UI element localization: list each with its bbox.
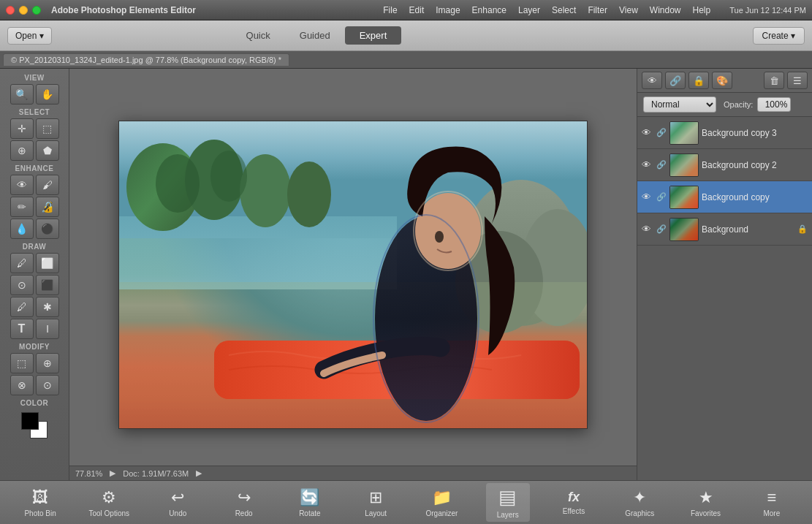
clone-tool[interactable]: ✏ [10, 197, 34, 217]
panel-icons-row: 👁 🔗 🔒 🎨 🗑 ☰ [637, 69, 812, 93]
layer-item[interactable]: 👁 🔗 Background 🔒 [637, 213, 812, 246]
eraser-tool[interactable]: 🔏 [36, 197, 59, 217]
menu-filter[interactable]: Filter [588, 5, 607, 15]
layer-visibility-icon[interactable]: 👁 [642, 72, 662, 89]
photo-bin-button[interactable]: 🖼 Photo Bin [18, 485, 62, 520]
lasso-tool[interactable]: ⊕ [10, 140, 34, 161]
blend-mode-select[interactable]: Normal [643, 96, 716, 113]
paint-bucket-tool[interactable]: ⬛ [36, 275, 59, 295]
chain-icon[interactable]: 🔗 [656, 128, 667, 137]
color-swatches[interactable] [3, 412, 66, 438]
minimize-button[interactable] [19, 6, 28, 15]
layers-button[interactable]: ▤ Layers [486, 483, 530, 522]
favorites-button[interactable]: ★ Favorites [684, 485, 728, 520]
title-bar: Adobe Photoshop Elements Editor File Edi… [0, 0, 812, 20]
pencil-tool[interactable]: ⊙ [10, 275, 34, 295]
more-button[interactable]: ≡ More [750, 485, 794, 520]
magic-wand-tool[interactable]: ⬟ [36, 140, 59, 161]
opacity-label: Opacity: [724, 100, 753, 109]
tool-options-button[interactable]: ⚙ Tool Options [84, 485, 134, 520]
smart-brush-tool[interactable]: ✱ [36, 297, 59, 317]
dodge-tool[interactable]: 💧 [10, 219, 34, 239]
menu-layer[interactable]: Layer [518, 5, 540, 15]
document-tab[interactable]: © PX_20120310_1324J_edited-1.jpg @ 77.8%… [3, 53, 289, 66]
create-button[interactable]: Create ▾ [753, 27, 805, 45]
opacity-input[interactable] [757, 97, 791, 112]
redo-label: Redo [235, 509, 253, 517]
chain-icon[interactable]: 🔗 [656, 192, 667, 202]
eye-icon[interactable]: 👁 [642, 159, 653, 170]
right-panel: 👁 🔗 🔒 🎨 🗑 ☰ Normal Opacity: 👁 🔗 [637, 69, 812, 480]
canvas-image[interactable] [119, 121, 587, 428]
redo-button[interactable]: ↪ Redo [222, 485, 266, 520]
layer-link-icon[interactable]: 🔗 [665, 72, 686, 89]
foreground-color-swatch[interactable] [21, 412, 39, 430]
shape-tool[interactable]: ⬜ [36, 253, 59, 273]
menu-window[interactable]: Window [650, 5, 681, 15]
close-button[interactable] [6, 6, 15, 15]
crop-tool[interactable]: ⬚ [10, 353, 34, 373]
menu-image[interactable]: Image [436, 5, 460, 15]
svg-point-16 [435, 231, 444, 243]
brush-tool[interactable]: 🖊 [10, 253, 34, 273]
undo-button[interactable]: ↩ Undo [156, 485, 200, 520]
organizer-button[interactable]: 📁 Organizer [420, 485, 463, 520]
enhance-section-label: ENHANCE [3, 162, 66, 173]
text-vertical-tool[interactable]: Ⅰ [36, 319, 59, 339]
text-tool[interactable]: T [10, 319, 34, 339]
eye-tool[interactable]: 👁 [10, 175, 34, 195]
system-info: Tue Jun 12 12:44 PM [729, 6, 806, 15]
svg-point-7 [210, 151, 247, 202]
effects-button[interactable]: fx Effects [552, 487, 596, 518]
layer-item[interactable]: 👁 🔗 Background copy 3 [637, 117, 812, 149]
menu-help[interactable]: Help [693, 5, 711, 15]
layer-name: Background copy 2 [702, 160, 808, 170]
eye-icon[interactable]: 👁 [642, 191, 653, 202]
chain-icon[interactable]: 🔗 [656, 160, 667, 170]
more-icon: ≡ [767, 488, 776, 507]
blend-row: Normal Opacity: [637, 93, 812, 117]
layer-color-icon[interactable]: 🎨 [712, 72, 732, 89]
open-button[interactable]: Open ▾ [7, 27, 52, 45]
organizer-icon: 📁 [432, 488, 452, 507]
healing-tool[interactable]: 🖌 [36, 175, 59, 195]
rotate-button[interactable]: 🔄 Rotate [288, 485, 332, 520]
menu-file[interactable]: File [383, 5, 397, 15]
menu-enhance[interactable]: Enhance [472, 5, 506, 15]
burn-tool[interactable]: ⚫ [36, 219, 59, 239]
maximize-button[interactable] [32, 6, 41, 15]
tab-expert[interactable]: Expert [345, 26, 402, 45]
organizer-label: Organizer [425, 509, 458, 517]
straighten-tool[interactable]: ⊙ [36, 375, 59, 395]
cookie-cutter-tool[interactable]: ⊕ [36, 353, 59, 373]
menu-select[interactable]: Select [552, 5, 576, 15]
layer-item[interactable]: 👁 🔗 Background copy 2 [637, 149, 812, 181]
eye-icon[interactable]: 👁 [642, 127, 653, 138]
marquee-tool[interactable]: ⬚ [36, 118, 59, 139]
gradient-tool[interactable]: 🖊 [10, 297, 34, 317]
chain-icon[interactable]: 🔗 [656, 224, 667, 234]
layout-button[interactable]: ⊞ Layout [354, 485, 398, 520]
graphics-button[interactable]: ✦ Graphics [618, 485, 661, 520]
layer-lock-icon[interactable]: 🔒 [688, 72, 709, 89]
menu-edit[interactable]: Edit [409, 5, 425, 15]
draw-section-label: DRAW [3, 240, 66, 251]
layers-icon: ▤ [498, 486, 517, 509]
lock-icon: 🔒 [797, 224, 808, 234]
photo-svg [119, 121, 587, 428]
recompose-tool[interactable]: ⊗ [10, 375, 34, 395]
layers-label: Layers [497, 511, 519, 519]
tab-quick[interactable]: Quick [232, 26, 285, 45]
menu-view[interactable]: View [619, 5, 638, 15]
panel-menu-icon[interactable]: ☰ [787, 72, 808, 89]
move-tool[interactable]: ✛ [10, 118, 34, 139]
layer-name: Background copy 3 [702, 128, 808, 138]
eye-icon[interactable]: 👁 [642, 224, 653, 235]
tab-guided[interactable]: Guided [285, 26, 345, 45]
layer-name: Background [702, 224, 794, 235]
more-label: More [763, 509, 780, 517]
delete-layer-icon[interactable]: 🗑 [764, 72, 784, 89]
zoom-tool[interactable]: 🔍 [10, 84, 34, 105]
hand-tool[interactable]: ✋ [36, 84, 59, 105]
layer-item-active[interactable]: 👁 🔗 Background copy [637, 181, 812, 213]
